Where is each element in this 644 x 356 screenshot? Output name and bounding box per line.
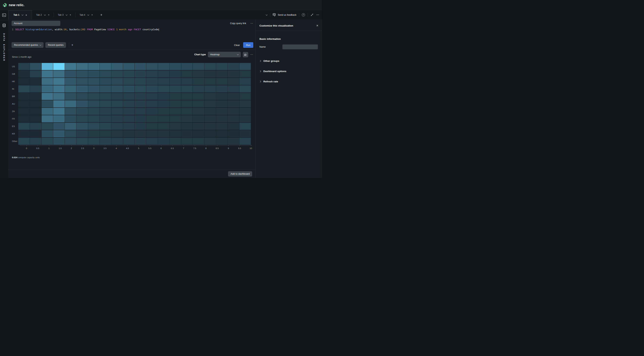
- heatmap-cell[interactable]: [53, 115, 64, 122]
- chevron-down-icon[interactable]: [66, 14, 68, 16]
- heatmap-cell[interactable]: [158, 70, 170, 78]
- copy-query-link-button[interactable]: Copy query link: [230, 22, 246, 25]
- heatmap-cell[interactable]: [204, 130, 216, 137]
- heatmap-cell[interactable]: [228, 93, 239, 100]
- heatmap-cell[interactable]: [240, 93, 251, 100]
- heatmap-cell[interactable]: [88, 85, 100, 92]
- heatmap-cell[interactable]: [204, 138, 216, 145]
- heatmap-cell[interactable]: [228, 108, 239, 115]
- heatmap-cell[interactable]: [135, 138, 146, 145]
- heatmap-cell[interactable]: [240, 130, 251, 137]
- heatmap-cell[interactable]: [18, 115, 30, 122]
- heatmap-cell[interactable]: [240, 123, 251, 130]
- heatmap-cell[interactable]: [181, 108, 192, 115]
- heatmap-cell[interactable]: [30, 63, 41, 70]
- heatmap-cell[interactable]: [204, 63, 216, 70]
- heatmap-cell[interactable]: [65, 115, 76, 122]
- heatmap-cell[interactable]: [193, 85, 204, 92]
- heatmap-cell[interactable]: [30, 115, 41, 122]
- heatmap-cell[interactable]: [204, 85, 216, 92]
- heatmap-cell[interactable]: [65, 138, 76, 145]
- heatmap-cell[interactable]: [228, 100, 239, 108]
- query-console-icon[interactable]: [2, 13, 6, 17]
- heatmap-cell[interactable]: [193, 70, 204, 78]
- heatmap-cell[interactable]: [146, 115, 158, 122]
- heatmap-cell[interactable]: [88, 100, 100, 108]
- query-editor[interactable]: 1 SELECT histogram(duration, width:10, b…: [12, 28, 256, 31]
- heatmap-cell[interactable]: [53, 78, 64, 85]
- heatmap-cell[interactable]: [76, 70, 88, 78]
- heatmap-cell[interactable]: [228, 70, 239, 78]
- heatmap-cell[interactable]: [100, 123, 111, 130]
- account-selector[interactable]: Account:: [12, 21, 60, 26]
- heatmap-cell[interactable]: [42, 138, 53, 145]
- heatmap-cell[interactable]: [30, 123, 41, 130]
- heatmap-cell[interactable]: [181, 123, 192, 130]
- heatmap-cell[interactable]: [146, 63, 158, 70]
- heatmap-cell[interactable]: [158, 78, 170, 85]
- heatmap-cell[interactable]: [240, 78, 251, 85]
- heatmap-cell[interactable]: [170, 78, 181, 85]
- heatmap-cell[interactable]: [228, 85, 239, 92]
- heatmap-cell[interactable]: [111, 93, 123, 100]
- panel-section-other-groups[interactable]: Other groups: [256, 58, 322, 64]
- heatmap-cell[interactable]: [18, 108, 30, 115]
- add-tab-button[interactable]: +: [97, 10, 106, 20]
- heatmap-cell[interactable]: [111, 100, 123, 108]
- heatmap-cell[interactable]: [158, 100, 170, 108]
- heatmap-cell[interactable]: [170, 115, 181, 122]
- heatmap-cell[interactable]: [30, 138, 41, 145]
- heatmap-cell[interactable]: [204, 70, 216, 78]
- heatmap-cell[interactable]: [18, 138, 30, 145]
- heatmap-cell[interactable]: [76, 63, 88, 70]
- heatmap-cell[interactable]: [204, 93, 216, 100]
- heatmap-cell[interactable]: [228, 130, 239, 137]
- heatmap-cell[interactable]: [100, 70, 111, 78]
- heatmap-cell[interactable]: [18, 123, 30, 130]
- heatmap-cell[interactable]: [240, 100, 251, 108]
- heatmap-cell[interactable]: [100, 115, 111, 122]
- heatmap-cell[interactable]: [100, 138, 111, 145]
- heatmap-cell[interactable]: [146, 123, 158, 130]
- heatmap-cell[interactable]: [170, 123, 181, 130]
- heatmap-cell[interactable]: [135, 78, 146, 85]
- heatmap-cell[interactable]: [193, 130, 204, 137]
- new-relic-logo[interactable]: new relic.: [2, 3, 24, 7]
- heatmap-cell[interactable]: [42, 115, 53, 122]
- heatmap-cell[interactable]: [65, 123, 76, 130]
- heatmap-cell[interactable]: [240, 70, 251, 78]
- heatmap-cell[interactable]: [111, 138, 123, 145]
- heatmap-cell[interactable]: [193, 100, 204, 108]
- heatmap-chart[interactable]: USGBHKINBRAUZAFRESKROther: [8, 63, 251, 145]
- heatmap-cell[interactable]: [30, 130, 41, 137]
- heatmap-cell[interactable]: [170, 138, 181, 145]
- heatmap-cell[interactable]: [216, 70, 228, 78]
- close-tab-icon[interactable]: ×: [26, 14, 27, 16]
- heatmap-cell[interactable]: [88, 130, 100, 137]
- heatmap-cell[interactable]: [42, 108, 53, 115]
- heatmap-cell[interactable]: [204, 100, 216, 108]
- heatmap-cell[interactable]: [170, 63, 181, 70]
- heatmap-cell[interactable]: [100, 130, 111, 137]
- heatmap-cell[interactable]: [76, 100, 88, 108]
- heatmap-cell[interactable]: [146, 138, 158, 145]
- heatmap-cell[interactable]: [216, 78, 228, 85]
- heatmap-cell[interactable]: [181, 70, 192, 78]
- close-icon[interactable]: ×: [316, 24, 318, 27]
- panel-section-dashboard-options[interactable]: Dashboard options: [256, 68, 322, 74]
- recent-queries-button[interactable]: Recent queries: [46, 42, 66, 48]
- heatmap-cell[interactable]: [88, 123, 100, 130]
- heatmap-cell[interactable]: [216, 130, 228, 137]
- heatmap-cell[interactable]: [100, 63, 111, 70]
- heatmap-cell[interactable]: [240, 108, 251, 115]
- heatmap-cell[interactable]: [42, 123, 53, 130]
- heatmap-cell[interactable]: [123, 70, 134, 78]
- heatmap-cell[interactable]: [76, 108, 88, 115]
- heatmap-cell[interactable]: [193, 123, 204, 130]
- edit-chart-icon-button[interactable]: [243, 52, 248, 57]
- heatmap-cell[interactable]: [123, 85, 134, 92]
- heatmap-cell[interactable]: [53, 130, 64, 137]
- collapse-icon[interactable]: [310, 13, 314, 16]
- heatmap-cell[interactable]: [170, 93, 181, 100]
- name-input[interactable]: [282, 44, 318, 49]
